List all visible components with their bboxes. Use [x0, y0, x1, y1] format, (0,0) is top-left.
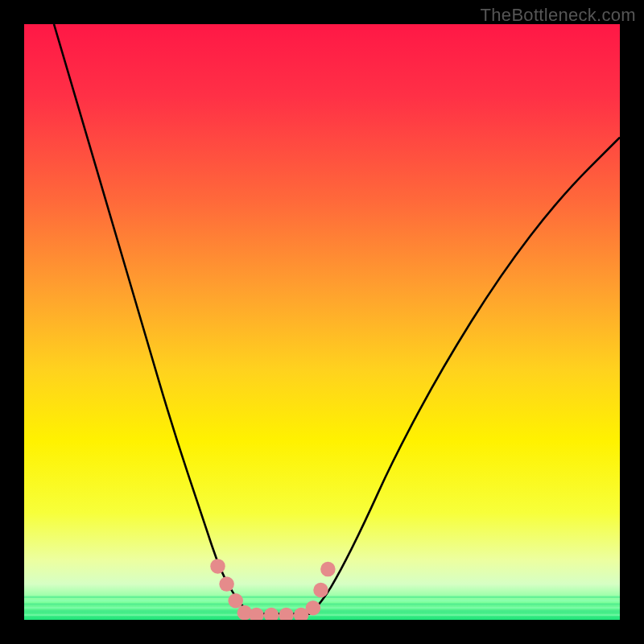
svg-point-13: [279, 608, 294, 620]
svg-rect-3: [24, 603, 620, 605]
chart-frame: TheBottleneck.com: [0, 0, 644, 644]
curve-right-branch: [310, 138, 620, 614]
bottleneck-curve: [24, 24, 620, 620]
svg-rect-6: [24, 614, 620, 617]
svg-point-12: [264, 608, 279, 620]
curve-left-branch: [54, 24, 250, 614]
svg-rect-4: [24, 607, 620, 609]
svg-point-7: [210, 559, 225, 574]
svg-rect-5: [24, 610, 620, 613]
plot-area: [24, 24, 620, 620]
watermark-text: TheBottleneck.com: [481, 5, 636, 26]
svg-point-8: [219, 576, 234, 592]
svg-point-16: [313, 583, 328, 598]
svg-point-17: [320, 562, 336, 577]
svg-point-15: [306, 601, 321, 616]
svg-point-9: [228, 593, 243, 609]
